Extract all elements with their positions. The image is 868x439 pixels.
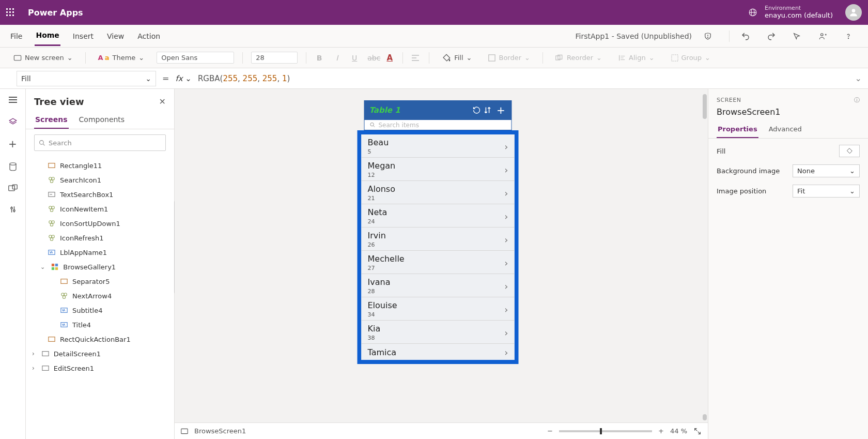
chevron-right-icon[interactable]: › [504, 211, 508, 222]
italic-icon[interactable]: I [332, 54, 342, 62]
underline-icon[interactable]: U [350, 54, 359, 62]
chevron-right-icon[interactable]: › [504, 304, 508, 315]
tree-item[interactable]: SearchIcon1 [30, 173, 170, 187]
tree-item[interactable]: EditScreen1 [30, 361, 170, 375]
menu-insert[interactable]: Insert [72, 27, 95, 46]
formula-expand-icon[interactable]: ⌄ [855, 73, 862, 83]
zoom-slider[interactable] [559, 430, 652, 432]
chevron-right-icon[interactable]: › [504, 281, 508, 292]
fill-color-swatch[interactable] [839, 145, 860, 157]
group-button[interactable]: Group ⌄ [667, 52, 715, 64]
canvas[interactable]: Table 1 + Search items Beau5›Megan12›Alo… [175, 89, 708, 439]
menu-file[interactable]: File [9, 27, 23, 46]
tab-properties[interactable]: Properties [717, 121, 758, 138]
tab-screens[interactable]: Screens [34, 111, 69, 129]
data-icon[interactable] [9, 162, 17, 172]
screen-checkbox[interactable] [181, 428, 188, 434]
svg-point-25 [40, 140, 44, 144]
chevron-right-icon[interactable]: › [504, 164, 508, 175]
tree-item[interactable]: Title4 [30, 317, 170, 332]
sort-icon[interactable] [484, 106, 495, 114]
zoom-in-button[interactable]: + [658, 427, 664, 435]
chevron-right-icon[interactable]: › [504, 188, 508, 199]
scrollbar[interactable] [703, 94, 707, 119]
reorder-button[interactable]: Reorder ⌄ [551, 52, 606, 64]
scrollbar[interactable] [703, 414, 707, 420]
strikethrough-icon[interactable]: abc [367, 54, 377, 62]
tree-item[interactable]: Rectangle11 [30, 158, 170, 173]
tree-item[interactable]: LblAppName1 [30, 245, 170, 260]
tab-advanced[interactable]: Advanced [768, 121, 803, 138]
selection-frame[interactable]: Beau5›Megan12›Alonso21›Neta24›Irvin26›Me… [358, 130, 519, 364]
gallery-row[interactable]: Alonso21› [362, 181, 515, 204]
font-color-icon[interactable]: A [385, 53, 394, 63]
media-icon[interactable] [8, 184, 18, 192]
app-checker-icon[interactable] [703, 32, 718, 41]
menu-home[interactable]: Home [35, 26, 60, 46]
undo-icon[interactable] [741, 32, 755, 41]
chevron-right-icon[interactable]: › [504, 141, 508, 152]
theme-button[interactable]: Aa Theme ⌄ [94, 52, 149, 64]
app-search-box[interactable]: Search items [364, 120, 512, 130]
tree-item[interactable]: NextArrow4 [30, 289, 170, 303]
chevron-right-icon[interactable]: › [504, 258, 508, 268]
tab-components[interactable]: Components [78, 111, 126, 129]
align-button[interactable]: Align ⌄ [614, 52, 659, 64]
chevron-right-icon[interactable]: › [504, 327, 508, 338]
tree-item[interactable]: Subtitle4 [30, 303, 170, 317]
browse-gallery[interactable]: Beau5›Megan12›Alonso21›Neta24›Irvin26›Me… [362, 134, 515, 360]
gallery-row[interactable]: Megan12› [362, 158, 515, 181]
gallery-row[interactable]: Tamica› [362, 344, 515, 360]
tree-item[interactable]: IconNewItem1 [30, 202, 170, 216]
fill-button[interactable]: Fill ⌄ [438, 51, 476, 65]
tree-item[interactable]: TextSearchBox1 [30, 187, 170, 202]
chevron-right-icon[interactable]: › [504, 347, 508, 358]
tree-item[interactable]: BrowseGallery1 [30, 260, 170, 274]
imgpos-select[interactable]: Fit ⌄ [793, 185, 860, 198]
svg-point-29 [50, 180, 53, 183]
property-selector[interactable]: Fill ⌄ [17, 71, 156, 86]
redo-icon[interactable] [767, 32, 781, 41]
tree-item[interactable]: IconSortUpDown1 [30, 216, 170, 231]
new-screen-button[interactable]: New screen ⌄ [9, 52, 77, 64]
tree-item[interactable]: Separator5 [30, 274, 170, 289]
help-icon[interactable]: ⓘ [854, 96, 860, 104]
fit-to-screen-icon[interactable] [693, 427, 702, 435]
refresh-icon[interactable] [473, 106, 484, 114]
advanced-tools-icon[interactable] [9, 205, 17, 214]
gallery-row[interactable]: Elouise34› [362, 297, 515, 321]
gallery-row[interactable]: Beau5› [362, 134, 515, 158]
zoom-out-button[interactable]: − [547, 427, 553, 435]
tree-item-label: Title4 [72, 321, 91, 329]
tree-item[interactable]: DetailScreen1 [30, 346, 170, 361]
tree-search-input[interactable]: Search [34, 134, 166, 151]
chevron-right-icon[interactable]: › [504, 234, 508, 245]
text-align-icon[interactable] [411, 54, 421, 62]
avatar[interactable] [845, 4, 862, 21]
menu-view[interactable]: View [106, 27, 125, 46]
selection-icon[interactable] [793, 32, 807, 40]
insert-icon[interactable]: + [8, 138, 17, 150]
bgimage-select[interactable]: None ⌄ [793, 164, 860, 177]
gallery-row[interactable]: Irvin26› [362, 228, 515, 251]
gallery-row[interactable]: Mechelle27› [362, 251, 515, 274]
help-icon[interactable] [844, 32, 859, 40]
menu-action[interactable]: Action [136, 27, 161, 46]
tree-item[interactable]: IconRefresh1 [30, 231, 170, 245]
tree-view-icon[interactable] [8, 116, 18, 125]
gallery-row[interactable]: Neta24› [362, 204, 515, 228]
gallery-row[interactable]: Kia38› [362, 321, 515, 344]
environment-picker[interactable]: Environment enayu.com (default) [748, 5, 833, 20]
add-icon[interactable]: + [495, 104, 507, 116]
font-family-select[interactable]: Open Sans [157, 52, 234, 64]
border-button[interactable]: Border ⌄ [484, 52, 534, 64]
hamburger-icon[interactable] [8, 96, 18, 103]
waffle-icon[interactable] [6, 8, 19, 17]
bold-icon[interactable]: B [315, 54, 324, 62]
tree-item[interactable]: RectQuickActionBar1 [30, 332, 170, 346]
gallery-row[interactable]: Ivana28› [362, 274, 515, 297]
font-size-input[interactable]: 28 [251, 52, 298, 64]
formula-input[interactable]: RGBA(255, 255, 255, 1) [198, 74, 849, 83]
share-icon[interactable] [818, 32, 833, 41]
close-icon[interactable]: ✕ [159, 97, 166, 107]
